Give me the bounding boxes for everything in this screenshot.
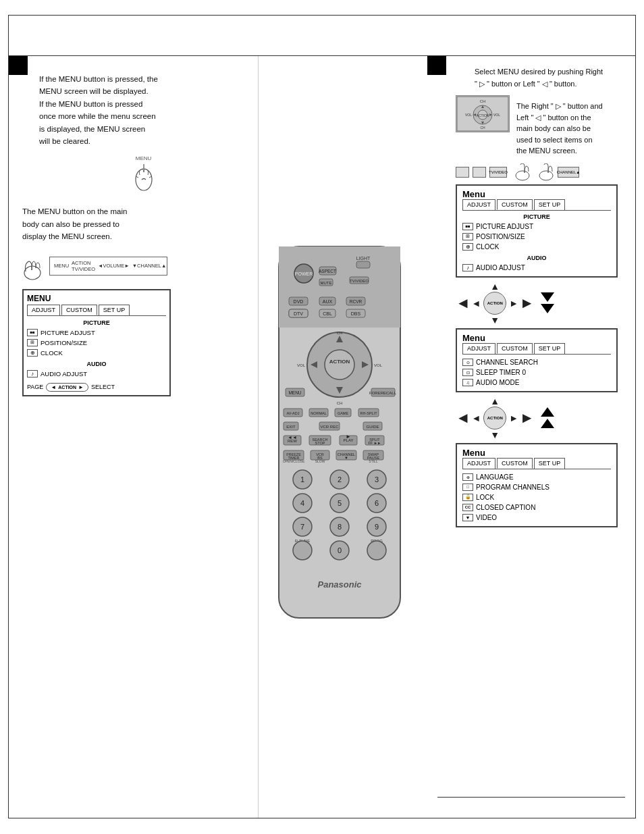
r-position-label: POSITION/SIZE (476, 233, 525, 240)
menu-item-clock[interactable]: ⊕ CLOCK (27, 348, 166, 358)
rtab-custom-1[interactable]: CUSTOM (497, 199, 533, 210)
r-item-lock[interactable]: 🔒 LOCK (462, 492, 611, 502)
r-item-prog-ch[interactable]: □ PROGRAM CHANNELS (462, 482, 611, 492)
tab-adjust[interactable]: ADJUST (27, 305, 60, 315)
svg-text:9: 9 (375, 523, 379, 531)
right-menu-tabs-3: ADJUST CUSTOM SET UP (462, 458, 611, 469)
r-video-icon: ▼ (462, 514, 473, 521)
svg-text:CH: CH (480, 99, 486, 103)
svg-text:►: ► (346, 434, 351, 440)
r-cc-label: CLOSED CAPTION (476, 504, 535, 511)
menu-item-audio-adjust[interactable]: ♪ AUDIO ADJUST (27, 369, 166, 379)
down-arrow-thick-2 (541, 304, 554, 313)
svg-text:6: 6 (375, 499, 379, 507)
rtab-adjust-3[interactable]: ADJUST (462, 458, 495, 469)
nav-circle-1: ▲ ◄ ACTION ► ▼ (473, 281, 517, 325)
right-menu-title-3: Menu (462, 448, 611, 458)
menu-tabs: ADJUST CUSTOM SET UP (27, 305, 166, 316)
svg-text:SLOW: SLOW (315, 459, 325, 463)
right-menu-title-2: Menu (462, 333, 611, 343)
r-item-sleep[interactable]: ⊡ SLEEP TIMER 0 (462, 367, 611, 377)
right-panel: Select MENU desired by pushing Right " ▷… (427, 56, 635, 818)
svg-text:MUTE: MUTE (321, 281, 332, 285)
menu-item-position[interactable]: ⊞ POSITION/SIZE (27, 338, 166, 348)
r-cc-icon: CC (462, 504, 473, 511)
svg-text:AV-ADJ: AV-ADJ (287, 411, 300, 415)
svg-text:ACTION: ACTION (329, 359, 350, 365)
hand-icon (130, 163, 157, 195)
left-bottom-line3: display the MENU screen. (22, 232, 112, 240)
svg-text:VOL: VOL (297, 363, 306, 367)
menu-box-title: MENU (27, 294, 166, 303)
right-sub-text: The Right " ▷ " button and Left " ◁ " bu… (516, 101, 603, 157)
r-item-clock[interactable]: ⊕ CLOCK (462, 242, 611, 252)
right-sub-line4: used to select items on (516, 136, 593, 144)
svg-text:AUX: AUX (323, 299, 333, 304)
content-area: If the MENU button is pressed, the MENU … (9, 56, 635, 818)
rtab-setup-3[interactable]: SET UP (534, 458, 565, 469)
control-panel-small: MENU ACTION TV/VIDEO ◄VOLUME► ▼CHANNEL▲ (49, 257, 167, 276)
rtab-setup-2[interactable]: SET UP (534, 343, 565, 354)
section-picture: PICTURE (27, 319, 166, 326)
rtab-custom-2[interactable]: CUSTOM (497, 343, 533, 354)
svg-text:VOL: VOL (493, 113, 500, 117)
left-text-line6: will be cleared. (39, 137, 90, 145)
r-item-ch-search[interactable]: ⊙ CHANNEL SEARCH (462, 357, 611, 367)
r-video-label: VIDEO (476, 514, 497, 521)
menu-button-illus: MENU (130, 155, 157, 195)
r-lock-label: LOCK (476, 494, 494, 501)
left-panel: If the MENU button is pressed, the MENU … (9, 56, 259, 818)
remote-svg: LIGHT POWER ASPECT MUTE TV/VIDEO (269, 240, 410, 631)
action-oval: ◄ACTION► (46, 383, 88, 392)
r-item-audio-mode[interactable]: ♫ AUDIO MODE (462, 377, 611, 388)
right-menu-tabs-1: ADJUST CUSTOM SET UP (462, 199, 611, 211)
r-picture-label: PICTURE ADJUST (476, 223, 533, 230)
r-item-cc[interactable]: CC CLOSED CAPTION (462, 502, 611, 513)
right-sub-line3: main body can also be (516, 124, 591, 132)
r-item-picture-adjust[interactable]: ■■ PICTURE ADJUST (462, 221, 611, 232)
down-arrow-thick-1 (541, 292, 554, 302)
svg-text:GAME: GAME (338, 411, 349, 415)
menu-item-position-label: POSITION/SIZE (41, 339, 87, 346)
tab-setup[interactable]: SET UP (99, 305, 130, 315)
right-menu-box-3: Menu ADJUST CUSTOM SET UP ⊕ LANGUAGE □ P… (456, 443, 618, 527)
svg-text:GUIDE: GUIDE (366, 425, 379, 429)
rtab-adjust-2[interactable]: ADJUST (462, 343, 495, 354)
tv-panel-icon: CH ACTION VOL VOL (456, 96, 509, 132)
svg-text:▼: ▼ (344, 456, 348, 460)
r-sleep-label: SLEEP TIMER 0 (476, 369, 526, 376)
r-clock-icon: ⊕ (462, 243, 473, 251)
svg-point-4 (24, 266, 41, 280)
rtab-setup-1[interactable]: SET UP (534, 199, 565, 210)
rtab-adjust-1[interactable]: ADJUST (462, 199, 495, 210)
r-audio-section: AUDIO (462, 255, 611, 261)
r-audio-mode-icon: ♫ (462, 379, 473, 386)
rtab-custom-3[interactable]: CUSTOM (497, 458, 533, 469)
left-text-line4: once more while the menu screen (39, 112, 156, 120)
left-text-line1: If the MENU button is pressed, the (39, 75, 158, 83)
picture-adjust-icon: ■■ (27, 329, 38, 336)
r-lang-label: LANGUAGE (476, 473, 514, 481)
svg-text:RCVR: RCVR (350, 299, 363, 304)
menu-item-clock-label: CLOCK (41, 349, 63, 357)
section-audio: AUDIO (27, 361, 166, 367)
svg-text:DVD: DVD (294, 299, 304, 304)
r-item-video[interactable]: ▼ VIDEO (462, 513, 611, 523)
top-bar (9, 16, 635, 56)
svg-text:STILL: STILL (369, 459, 378, 463)
svg-text:0: 0 (338, 546, 342, 554)
r-item-language[interactable]: ⊕ LANGUAGE (462, 472, 611, 482)
tab-custom[interactable]: CUSTOM (61, 305, 97, 315)
right-sub-line5: the MENU screen. (516, 147, 577, 155)
svg-point-111 (367, 541, 386, 560)
menu-item-audio-label: AUDIO ADJUST (41, 370, 87, 377)
r-picture-icon: ■■ (462, 223, 473, 230)
r-item-position[interactable]: ⊞ POSITION/SIZE (462, 232, 611, 242)
left-arrow-1: ◄ (456, 294, 471, 312)
menu-item-picture-adjust[interactable]: ■■ PICTURE ADJUST (27, 328, 166, 338)
svg-text:Panasonic: Panasonic (317, 579, 362, 590)
svg-text:CBL: CBL (323, 311, 332, 316)
up-arrow-thick-1 (541, 407, 554, 417)
r-item-audio[interactable]: ♪ AUDIO ADJUST (462, 263, 611, 273)
bottom-rule (437, 797, 625, 798)
